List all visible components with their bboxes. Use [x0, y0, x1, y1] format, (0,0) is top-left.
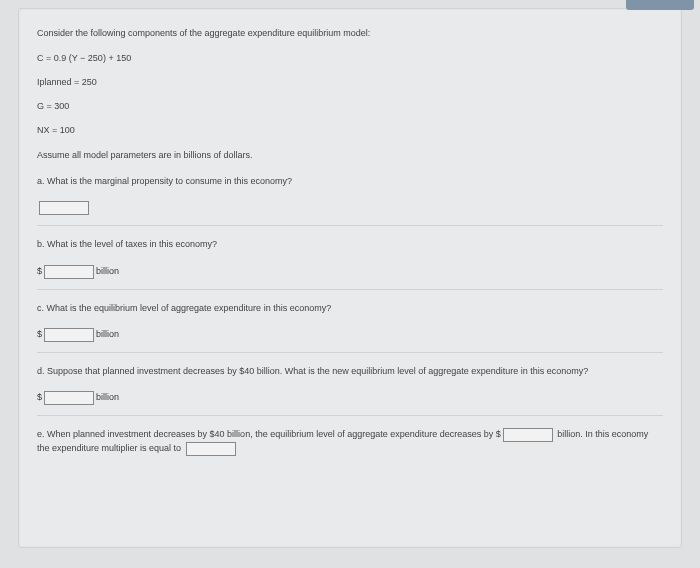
separator-ab: [37, 225, 663, 226]
answer-e2-input[interactable]: [186, 442, 236, 456]
equation-nx: NX = 100: [37, 125, 663, 135]
intro-text: Consider the following components of the…: [37, 27, 663, 39]
question-e: e. When planned investment decreases by …: [37, 428, 663, 456]
question-page: Consider the following components of the…: [18, 8, 682, 548]
equation-i-rest: = 250: [72, 77, 97, 87]
question-b: b. What is the level of taxes in this ec…: [37, 238, 663, 250]
answer-d-input[interactable]: [44, 391, 94, 405]
answer-e1-input[interactable]: [503, 428, 553, 442]
prefix-c: $: [37, 329, 42, 339]
answer-d-row: $billion: [37, 391, 663, 405]
prefix-b: $: [37, 266, 42, 276]
equation-i-label: Iplanned: [37, 77, 72, 87]
answer-c-row: $billion: [37, 328, 663, 342]
answer-b-row: $billion: [37, 265, 663, 279]
equation-c: C = 0.9 (Y − 250) + 150: [37, 53, 663, 63]
answer-c-input[interactable]: [44, 328, 94, 342]
question-e-pre: e. When planned investment decreases by …: [37, 429, 501, 439]
equation-g: G = 300: [37, 101, 663, 111]
question-c: c. What is the equilibrium level of aggr…: [37, 302, 663, 314]
separator-cd: [37, 352, 663, 353]
cropped-button: [626, 0, 694, 10]
question-a: a. What is the marginal propensity to co…: [37, 175, 663, 187]
prefix-d: $: [37, 392, 42, 402]
answer-a-row: [37, 201, 663, 215]
unit-c: billion: [96, 329, 119, 339]
unit-d: billion: [96, 392, 119, 402]
unit-b: billion: [96, 266, 119, 276]
equation-i: Iplanned = 250: [37, 77, 663, 87]
assumption-text: Assume all model parameters are in billi…: [37, 149, 663, 161]
separator-bc: [37, 289, 663, 290]
answer-b-input[interactable]: [44, 265, 94, 279]
question-d: d. Suppose that planned investment decre…: [37, 365, 663, 377]
separator-de: [37, 415, 663, 416]
answer-a-input[interactable]: [39, 201, 89, 215]
